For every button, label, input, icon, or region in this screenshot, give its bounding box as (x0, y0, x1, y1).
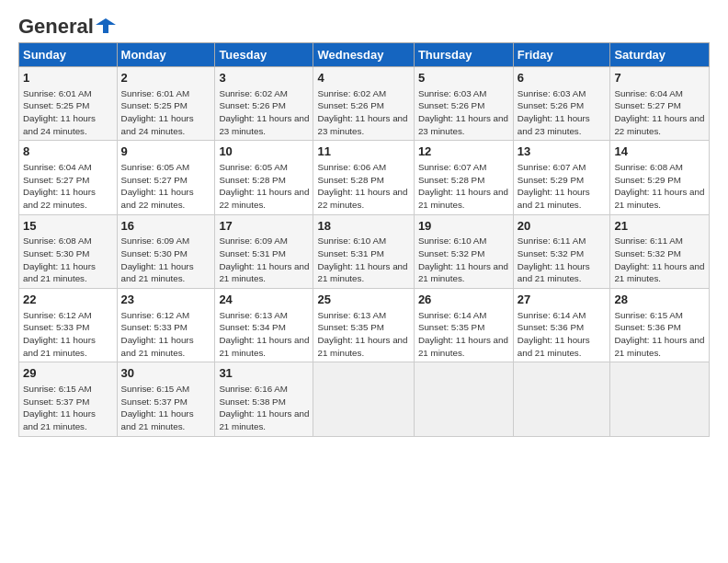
calendar-cell: 2Sunrise: 6:01 AM Sunset: 5:25 PM Daylig… (117, 67, 215, 141)
day-number: 17 (219, 218, 309, 235)
day-number: 27 (518, 292, 607, 308)
day-detail: Sunrise: 6:09 AM Sunset: 5:30 PM Dayligh… (121, 235, 211, 285)
calendar-cell: 7Sunrise: 6:04 AM Sunset: 5:27 PM Daylig… (610, 67, 710, 141)
day-number: 24 (219, 292, 309, 308)
day-number: 31 (219, 365, 309, 382)
calendar-week-5: 29Sunrise: 6:15 AM Sunset: 5:37 PM Dayli… (19, 362, 710, 436)
day-number: 1 (23, 70, 113, 86)
day-detail: Sunrise: 6:05 AM Sunset: 5:27 PM Dayligh… (121, 161, 211, 212)
day-number: 14 (614, 144, 705, 160)
day-detail: Sunrise: 6:07 AM Sunset: 5:29 PM Dayligh… (518, 161, 607, 212)
day-detail: Sunrise: 6:13 AM Sunset: 5:35 PM Dayligh… (317, 309, 409, 360)
calendar-cell (513, 362, 610, 436)
dow-header-tuesday: Tuesday (215, 43, 313, 67)
calendar-cell: 4Sunrise: 6:02 AM Sunset: 5:26 PM Daylig… (313, 67, 414, 141)
calendar-week-4: 22Sunrise: 6:12 AM Sunset: 5:33 PM Dayli… (19, 289, 710, 362)
calendar-cell: 9Sunrise: 6:05 AM Sunset: 5:27 PM Daylig… (117, 141, 215, 214)
day-number: 20 (518, 218, 607, 235)
calendar-cell: 27Sunrise: 6:14 AM Sunset: 5:36 PM Dayli… (513, 289, 610, 362)
day-number: 2 (121, 70, 211, 86)
day-number: 29 (23, 365, 113, 382)
calendar-cell: 1Sunrise: 6:01 AM Sunset: 5:25 PM Daylig… (19, 67, 118, 141)
day-detail: Sunrise: 6:14 AM Sunset: 5:35 PM Dayligh… (418, 309, 509, 360)
day-detail: Sunrise: 6:07 AM Sunset: 5:28 PM Dayligh… (418, 161, 509, 212)
calendar-cell: 25Sunrise: 6:13 AM Sunset: 5:35 PM Dayli… (313, 289, 414, 362)
calendar-cell: 15Sunrise: 6:08 AM Sunset: 5:30 PM Dayli… (19, 214, 118, 288)
calendar-cell: 22Sunrise: 6:12 AM Sunset: 5:33 PM Dayli… (19, 289, 118, 362)
day-detail: Sunrise: 6:14 AM Sunset: 5:36 PM Dayligh… (518, 309, 607, 360)
day-number: 16 (121, 218, 211, 235)
calendar-cell: 17Sunrise: 6:09 AM Sunset: 5:31 PM Dayli… (215, 214, 313, 288)
day-detail: Sunrise: 6:05 AM Sunset: 5:28 PM Dayligh… (219, 161, 309, 212)
day-number: 5 (418, 70, 509, 86)
calendar-cell: 23Sunrise: 6:12 AM Sunset: 5:33 PM Dayli… (117, 289, 215, 362)
day-number: 28 (614, 292, 705, 308)
day-number: 13 (518, 144, 607, 160)
calendar-cell: 18Sunrise: 6:10 AM Sunset: 5:31 PM Dayli… (313, 214, 414, 288)
day-number: 30 (121, 365, 211, 382)
calendar-cell: 29Sunrise: 6:15 AM Sunset: 5:37 PM Dayli… (19, 362, 118, 436)
calendar-cell: 16Sunrise: 6:09 AM Sunset: 5:30 PM Dayli… (117, 214, 215, 288)
svg-marker-0 (96, 18, 116, 33)
calendar-cell: 20Sunrise: 6:11 AM Sunset: 5:32 PM Dayli… (513, 214, 610, 288)
dow-header-thursday: Thursday (414, 43, 513, 67)
calendar-cell: 21Sunrise: 6:11 AM Sunset: 5:32 PM Dayli… (610, 214, 710, 288)
calendar-cell: 30Sunrise: 6:15 AM Sunset: 5:37 PM Dayli… (117, 362, 215, 436)
dow-header-wednesday: Wednesday (313, 43, 414, 67)
day-detail: Sunrise: 6:15 AM Sunset: 5:37 PM Dayligh… (121, 383, 211, 433)
day-number: 26 (418, 292, 509, 308)
calendar-cell: 19Sunrise: 6:10 AM Sunset: 5:32 PM Dayli… (414, 214, 513, 288)
calendar-week-3: 15Sunrise: 6:08 AM Sunset: 5:30 PM Dayli… (19, 214, 710, 288)
calendar-cell: 5Sunrise: 6:03 AM Sunset: 5:26 PM Daylig… (414, 67, 513, 141)
calendar-table: SundayMondayTuesdayWednesdayThursdayFrid… (18, 42, 710, 437)
calendar-cell: 26Sunrise: 6:14 AM Sunset: 5:35 PM Dayli… (414, 289, 513, 362)
day-number: 15 (23, 218, 113, 235)
day-detail: Sunrise: 6:12 AM Sunset: 5:33 PM Dayligh… (23, 309, 113, 360)
day-number: 22 (23, 292, 113, 308)
dow-header-monday: Monday (117, 43, 215, 67)
calendar-cell: 31Sunrise: 6:16 AM Sunset: 5:38 PM Dayli… (215, 362, 313, 436)
calendar-cell: 3Sunrise: 6:02 AM Sunset: 5:26 PM Daylig… (215, 67, 313, 141)
day-detail: Sunrise: 6:08 AM Sunset: 5:30 PM Dayligh… (23, 235, 113, 285)
day-detail: Sunrise: 6:03 AM Sunset: 5:26 PM Dayligh… (418, 87, 509, 138)
day-detail: Sunrise: 6:02 AM Sunset: 5:26 PM Dayligh… (317, 87, 409, 138)
day-detail: Sunrise: 6:08 AM Sunset: 5:29 PM Dayligh… (614, 161, 705, 212)
calendar-cell: 24Sunrise: 6:13 AM Sunset: 5:34 PM Dayli… (215, 289, 313, 362)
day-detail: Sunrise: 6:09 AM Sunset: 5:31 PM Dayligh… (219, 235, 309, 285)
day-detail: Sunrise: 6:10 AM Sunset: 5:32 PM Dayligh… (418, 235, 509, 285)
dow-header-sunday: Sunday (19, 43, 118, 67)
calendar-cell (610, 362, 710, 436)
day-detail: Sunrise: 6:12 AM Sunset: 5:33 PM Dayligh… (121, 309, 211, 360)
logo-general: General (18, 15, 94, 39)
calendar-cell: 11Sunrise: 6:06 AM Sunset: 5:28 PM Dayli… (313, 141, 414, 214)
calendar-week-1: 1Sunrise: 6:01 AM Sunset: 5:25 PM Daylig… (19, 67, 710, 141)
day-number: 3 (219, 70, 309, 86)
day-detail: Sunrise: 6:11 AM Sunset: 5:32 PM Dayligh… (518, 235, 607, 285)
day-number: 12 (418, 144, 509, 160)
day-detail: Sunrise: 6:16 AM Sunset: 5:38 PM Dayligh… (219, 383, 309, 433)
calendar-cell: 10Sunrise: 6:05 AM Sunset: 5:28 PM Dayli… (215, 141, 313, 214)
day-number: 23 (121, 292, 211, 308)
day-detail: Sunrise: 6:06 AM Sunset: 5:28 PM Dayligh… (317, 161, 409, 212)
day-number: 21 (614, 218, 705, 235)
calendar-week-2: 8Sunrise: 6:04 AM Sunset: 5:27 PM Daylig… (19, 141, 710, 214)
calendar-cell: 13Sunrise: 6:07 AM Sunset: 5:29 PM Dayli… (513, 141, 610, 214)
logo: General (18, 15, 116, 35)
calendar-cell: 14Sunrise: 6:08 AM Sunset: 5:29 PM Dayli… (610, 141, 710, 214)
day-number: 7 (614, 70, 705, 86)
day-number: 9 (121, 144, 211, 160)
calendar-cell (414, 362, 513, 436)
day-detail: Sunrise: 6:15 AM Sunset: 5:36 PM Dayligh… (614, 309, 705, 360)
day-detail: Sunrise: 6:02 AM Sunset: 5:26 PM Dayligh… (219, 87, 309, 138)
day-number: 25 (317, 292, 409, 308)
day-detail: Sunrise: 6:01 AM Sunset: 5:25 PM Dayligh… (23, 87, 113, 138)
day-number: 11 (317, 144, 409, 160)
day-detail: Sunrise: 6:03 AM Sunset: 5:26 PM Dayligh… (518, 87, 607, 138)
dow-header-saturday: Saturday (610, 43, 710, 67)
calendar-cell: 8Sunrise: 6:04 AM Sunset: 5:27 PM Daylig… (19, 141, 118, 214)
day-detail: Sunrise: 6:10 AM Sunset: 5:31 PM Dayligh… (317, 235, 409, 285)
day-number: 8 (23, 144, 113, 160)
page: General SundayMondayTuesdayWednesdayThur… (0, 0, 728, 563)
day-number: 18 (317, 218, 409, 235)
day-detail: Sunrise: 6:04 AM Sunset: 5:27 PM Dayligh… (614, 87, 705, 138)
